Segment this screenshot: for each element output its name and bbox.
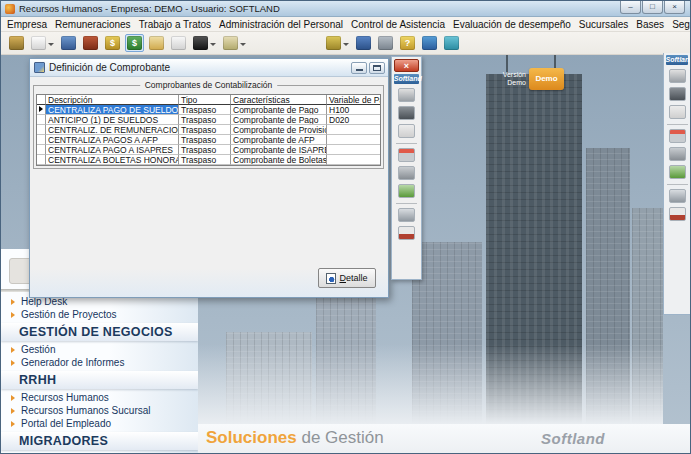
table-window-icon[interactable] — [59, 34, 78, 52]
cell-tipo[interactable]: Traspaso — [179, 145, 231, 155]
menu-item[interactable]: Remuneraciones — [51, 19, 135, 30]
cell-tipo[interactable]: Traspaso — [179, 125, 231, 135]
table-row[interactable]: ANTICIPO (1) DE SUELDOS Traspaso Comprob… — [37, 115, 380, 125]
cash-payment-icon[interactable]: $ — [125, 34, 144, 52]
cell-variable[interactable] — [327, 145, 380, 155]
table-row[interactable]: CENTRALIZA BOLETAS HONORARIOS Traspaso C… — [37, 155, 380, 165]
close-button[interactable]: × — [664, 1, 685, 14]
dialog-titlebar: Definición de Comprobante — [30, 59, 388, 77]
cell-tipo[interactable]: Traspaso — [179, 155, 231, 165]
stamp-icon[interactable] — [669, 87, 686, 101]
stamp-icon[interactable] — [398, 106, 415, 120]
save-icon[interactable] — [398, 208, 415, 222]
exit-icon[interactable] — [398, 226, 415, 240]
tagline-highlight: Soluciones — [206, 428, 297, 447]
keys-icon[interactable] — [324, 34, 351, 52]
sidebar-item[interactable]: Gestión de Proyectos — [1, 308, 198, 321]
table-row[interactable]: CENTRALIZA PAGO DE SUELDOS Traspaso Comp… — [37, 105, 380, 115]
sidebar-item[interactable]: Generador de Informes — [1, 356, 198, 369]
maximize-button[interactable]: □ — [642, 1, 663, 14]
row-selector-cell — [37, 125, 46, 135]
cell-descripcion[interactable]: CENTRALIZA PAGO DE SUELDOS — [46, 105, 179, 115]
cell-descripcion[interactable]: CENTRALIZA PAGOS A AFP — [46, 135, 179, 145]
sidebar-item[interactable]: MIGRADORES — [1, 432, 198, 450]
barcode-icon[interactable] — [669, 105, 686, 119]
detalle-button[interactable]: Detalle — [318, 268, 376, 288]
cell-tipo[interactable]: Traspaso — [179, 135, 231, 145]
dialog-minimize-button[interactable] — [351, 62, 367, 74]
pen-icon[interactable] — [191, 34, 218, 52]
cell-caracteristicas[interactable]: Comprobante de Pago — [231, 105, 327, 115]
camera-icon[interactable] — [398, 166, 415, 180]
cell-variable[interactable]: D020 — [327, 115, 380, 125]
menu-item[interactable]: Trabajo a Tratos — [135, 19, 215, 30]
cell-descripcion[interactable]: CENTRALIZA PAGO A ISAPRES — [46, 145, 179, 155]
cell-caracteristicas[interactable]: Comprobante de Provisión — [231, 125, 327, 135]
cell-variable[interactable] — [327, 135, 380, 145]
camera-icon[interactable] — [669, 147, 686, 161]
sidebar-item[interactable]: GESTIÓN DE NEGOCIOS — [1, 323, 198, 341]
cell-tipo[interactable]: Traspaso — [179, 105, 231, 115]
save-icon[interactable] — [669, 189, 686, 203]
table-header-row: Descripción Tipo Características Variabl… — [37, 95, 380, 105]
monitor-gray-icon[interactable] — [376, 34, 395, 52]
cell-variable[interactable] — [327, 155, 380, 165]
cell-caracteristicas[interactable]: Comprobante de Pago — [231, 115, 327, 125]
comprobantes-table: Descripción Tipo Características Variabl… — [36, 94, 381, 166]
open-company-icon[interactable] — [7, 34, 26, 52]
sidebar-item[interactable]: RRHH — [1, 371, 198, 389]
sidebar-item[interactable]: Portal del Empleado — [1, 417, 198, 430]
column-header-caracteristicas: Características — [231, 95, 327, 105]
sidebar-item[interactable]: Gestión — [1, 343, 198, 356]
menu-item[interactable]: Bases — [632, 19, 668, 30]
cell-variable[interactable] — [327, 125, 380, 135]
cell-descripcion[interactable]: CENTRALIZA BOLETAS HONORARIOS — [46, 155, 179, 165]
menu-item[interactable]: Empresa — [3, 19, 51, 30]
sidebar-item[interactable]: Recursos Humanos — [1, 391, 198, 404]
pin-icon[interactable] — [669, 129, 686, 143]
arrow-bullet-icon — [11, 408, 15, 414]
sidebar-item[interactable]: Recursos Humanos Sucursal — [1, 404, 198, 417]
row-selector-cell — [37, 135, 46, 145]
exit-icon[interactable] — [669, 207, 686, 221]
money-bag-icon[interactable]: $ — [103, 34, 122, 52]
search-globe-icon[interactable] — [420, 34, 439, 52]
sidebar-item[interactable]: Migradores — [1, 452, 198, 453]
column-header-tipo: Tipo — [179, 95, 231, 105]
toolbar-close-button[interactable]: × — [394, 59, 419, 72]
card-file-icon[interactable] — [169, 34, 188, 52]
print-icon[interactable] — [669, 69, 686, 83]
version-area: Versión Demo Demo — [494, 68, 564, 90]
clock-icon[interactable] — [81, 34, 100, 52]
menu-item[interactable]: Sucursales — [575, 19, 632, 30]
table-row[interactable]: CENTRALIZ. DE REMUNERACIONES Traspaso Co… — [37, 125, 380, 135]
help-icon[interactable]: ? — [398, 34, 417, 52]
menu-item[interactable]: Control de Asistencia — [347, 19, 449, 30]
cell-variable[interactable]: H100 — [327, 105, 380, 115]
cell-descripcion[interactable]: ANTICIPO (1) DE SUELDOS — [46, 115, 179, 125]
minimize-button[interactable]: – — [620, 1, 641, 14]
menu-item[interactable]: Seguridad — [668, 19, 691, 30]
pin-icon[interactable] — [398, 148, 415, 162]
menu-item[interactable]: Evaluación de desempeño — [449, 19, 575, 30]
table-row[interactable]: CENTRALIZA PAGOS A AFP Traspaso Comproba… — [37, 135, 380, 145]
arrow-bullet-icon — [11, 360, 15, 366]
dialog-maximize-button[interactable] — [369, 62, 385, 74]
cell-descripcion[interactable]: CENTRALIZ. DE REMUNERACIONES — [46, 125, 179, 135]
dialog-icon — [34, 62, 45, 73]
monitor-blue-icon[interactable] — [354, 34, 373, 52]
recycle-icon[interactable] — [398, 184, 415, 198]
cell-caracteristicas[interactable]: Comprobante de AFP — [231, 135, 327, 145]
barcode-icon[interactable] — [398, 124, 415, 138]
new-document-icon[interactable] — [29, 34, 56, 52]
cell-tipo[interactable]: Traspaso — [179, 115, 231, 125]
table-row[interactable]: CENTRALIZA PAGO A ISAPRES Traspaso Compr… — [37, 145, 380, 155]
edit-note-icon[interactable] — [147, 34, 166, 52]
printer-icon[interactable] — [221, 34, 248, 52]
cell-caracteristicas[interactable]: Comprobante de Boletas Ho — [231, 155, 327, 165]
menu-item[interactable]: Administración del Personal — [215, 19, 347, 30]
print-icon[interactable] — [398, 88, 415, 102]
cell-caracteristicas[interactable]: Comprobante de ISAPRE — [231, 145, 327, 155]
recycle-icon[interactable] — [669, 165, 686, 179]
audio-icon[interactable] — [442, 34, 461, 52]
